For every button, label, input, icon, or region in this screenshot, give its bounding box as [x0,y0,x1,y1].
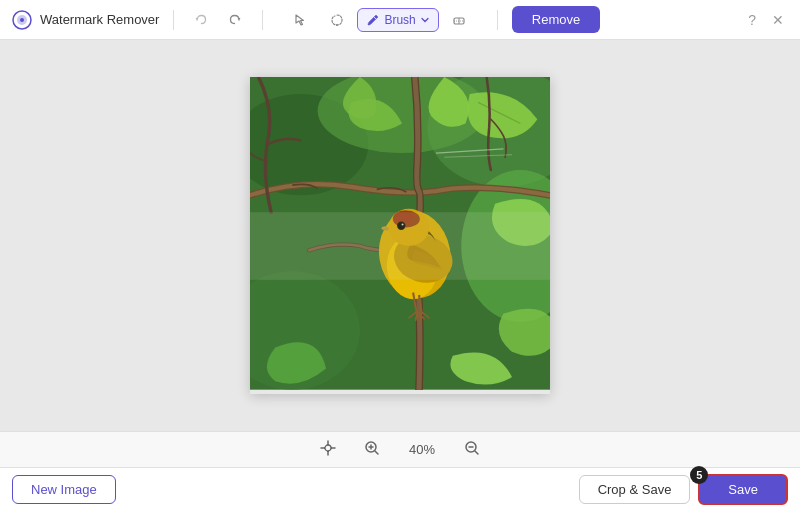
divider [173,10,174,30]
remove-button[interactable]: Remove [512,6,600,33]
divider2 [262,10,263,30]
canvas-area[interactable] [0,40,800,431]
zoom-out-icon [464,440,480,456]
zoom-level: 40% [402,442,442,457]
save-button[interactable]: Save [698,474,788,505]
footer-right: Crop & Save 5 Save [579,474,788,505]
zoom-in-icon [364,440,380,456]
redo-button[interactable] [222,9,248,31]
zoom-out-button[interactable] [458,438,486,462]
svg-line-34 [375,451,378,454]
svg-marker-3 [296,15,304,25]
undo-button[interactable] [188,9,214,31]
selection-tool-button[interactable] [285,8,317,32]
divider3 [497,10,498,30]
close-button[interactable]: ✕ [768,8,788,32]
help-button[interactable]: ? [744,8,760,32]
image-container [250,77,550,394]
svg-point-4 [336,24,338,26]
svg-line-37 [475,451,478,454]
new-image-button[interactable]: New Image [12,475,116,504]
pan-tool-button[interactable] [314,438,342,462]
app-logo-icon [12,10,32,30]
brush-tool-button[interactable]: Brush [357,8,438,32]
title-bar-right: ? ✕ [744,8,788,32]
app-title: Watermark Remover [40,12,159,27]
svg-point-2 [20,18,24,22]
tool-group: Brush [285,8,474,32]
title-bar-left: Watermark Remover [12,6,732,33]
brush-label: Brush [384,13,415,27]
save-btn-wrapper: 5 Save [698,474,788,505]
main-image [250,77,550,390]
title-bar: Watermark Remover [0,0,800,40]
footer: New Image Crop & Save 5 Save [0,467,800,511]
zoom-in-button[interactable] [358,438,386,462]
crop-save-button[interactable]: Crop & Save [579,475,691,504]
eraser-tool-button[interactable] [443,8,475,32]
lasso-tool-button[interactable] [321,8,353,32]
pan-icon [320,440,336,456]
dropdown-icon [420,15,430,25]
bottom-controls: 40% [0,431,800,467]
svg-rect-29 [250,212,550,280]
